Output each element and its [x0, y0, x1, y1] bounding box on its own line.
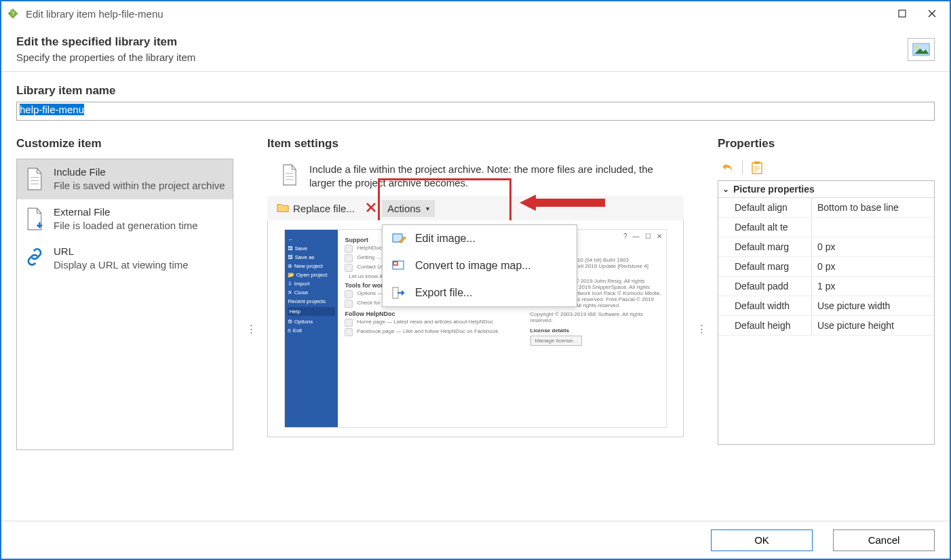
property-row[interactable]: Default alt te [718, 218, 934, 237]
chevron-down-icon: ⌄ [722, 184, 729, 194]
preview-sidebar: ← 🖫 Save 🖫 Save as ⊕ New project 📂 Open … [285, 230, 338, 427]
customize-item-include-file[interactable]: Include FileFile is saved within the pro… [17, 159, 233, 199]
folder-icon [277, 202, 289, 215]
properties-heading: Properties [718, 137, 935, 151]
svg-rect-21 [752, 163, 762, 174]
property-row[interactable]: Default heighUse picture height [718, 316, 934, 336]
settings-heading: Item settings [267, 137, 684, 151]
delete-button[interactable] [362, 199, 381, 218]
library-name-label: Library item name [16, 84, 935, 98]
app-icon: ? [7, 7, 19, 20]
svg-rect-2 [899, 10, 906, 17]
settings-toolbar: Replace file... Actions ▾ Edi [267, 196, 684, 220]
header-title: Edit the specified library item [16, 35, 908, 49]
replace-file-button[interactable]: Replace file... [271, 199, 360, 218]
close-button[interactable] [917, 3, 947, 24]
maximize-button[interactable] [887, 3, 917, 24]
delete-icon [366, 202, 376, 215]
link-icon [22, 245, 47, 272]
library-name-value: help-file-menu [20, 104, 84, 115]
properties-toolbar [718, 159, 935, 180]
property-row[interactable]: Default marg0 px [718, 257, 934, 277]
cancel-button[interactable]: Cancel [833, 529, 935, 551]
property-row[interactable]: Default alignBottom to base line [718, 198, 934, 218]
clipboard-button[interactable] [750, 160, 764, 175]
titlebar: ? Edit library item help-file-menu [1, 1, 950, 26]
chevron-down-icon: ▾ [426, 205, 429, 212]
edit-image-icon [392, 232, 406, 245]
dialog-window: ? Edit library item help-file-menu Edit … [0, 0, 951, 560]
file-icon [22, 166, 47, 193]
customize-item-url[interactable]: URLDisplay a URL at viewing time [17, 239, 233, 279]
svg-marker-20 [520, 195, 605, 211]
customize-item-external-file[interactable]: External FileFile is loaded at generatio… [17, 199, 233, 239]
property-group-header[interactable]: ⌄ Picture properties [718, 181, 934, 198]
svg-point-6 [915, 45, 918, 49]
property-row[interactable]: Default widthUse picture width [718, 296, 934, 316]
header-subtitle: Specify the properties of the library it… [16, 52, 908, 63]
actions-button[interactable]: Actions ▾ [382, 200, 435, 217]
image-map-icon [392, 259, 406, 273]
file-icon [279, 163, 300, 189]
svg-text:?: ? [11, 10, 14, 17]
property-row[interactable]: Default padd1 px [718, 277, 934, 296]
property-grid: ⌄ Picture properties Default alignBottom… [718, 180, 935, 445]
window-title: Edit library item help-file-menu [26, 8, 887, 20]
customize-list: Include FileFile is saved within the pro… [16, 159, 233, 450]
splitter-handle[interactable]: ⋮ [696, 322, 706, 336]
undo-button[interactable] [720, 160, 735, 175]
footer: OK Cancel [1, 521, 950, 559]
dropdown-export-file[interactable]: Export file... [383, 279, 577, 306]
actions-dropdown: Edit image... Convert to image map... Ex… [382, 224, 577, 307]
property-row[interactable]: Default marg0 px [718, 237, 934, 257]
header: Edit the specified library item Specify … [1, 26, 950, 71]
main: Library item name help-file-menu Customi… [1, 72, 950, 521]
settings-info-text: Include a file within the project archiv… [309, 163, 677, 189]
dropdown-edit-image[interactable]: Edit image... [383, 225, 577, 252]
svg-rect-22 [754, 161, 760, 164]
customize-heading: Customize item [16, 137, 233, 151]
svg-rect-19 [393, 287, 398, 298]
picture-icon [908, 38, 935, 61]
library-name-input[interactable]: help-file-menu [16, 102, 935, 121]
splitter-handle[interactable]: ⋮ [246, 322, 256, 336]
dropdown-convert-image-map[interactable]: Convert to image map... [383, 252, 577, 279]
file-download-icon [22, 206, 47, 233]
ok-button[interactable]: OK [711, 529, 813, 551]
export-icon [392, 286, 406, 300]
